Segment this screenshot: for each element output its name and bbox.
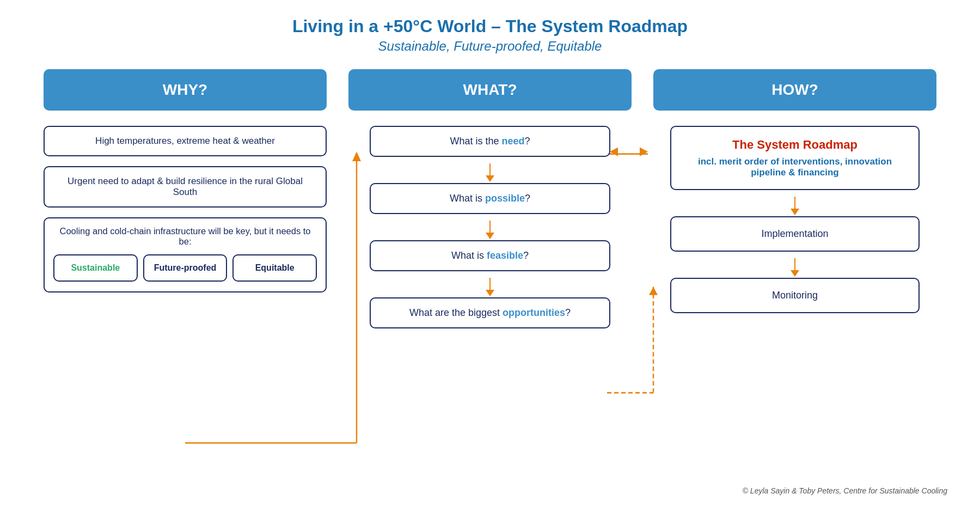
arrow-down-1 <box>486 163 494 182</box>
system-roadmap-box: The System Roadmap incl. merit order of … <box>670 126 920 190</box>
what-feasible-post: ? <box>523 250 529 261</box>
how-inner: The System Roadmap incl. merit order of … <box>653 126 936 319</box>
why-box-1: High temperatures, extreme heat & weathe… <box>44 126 327 156</box>
what-need-pre: What is the <box>450 136 501 147</box>
footer: © Leyla Sayin & Toby Peters, Centre for … <box>33 482 947 495</box>
what-possible-pre: What is <box>450 193 485 204</box>
implementation-label: Implementation <box>761 228 828 239</box>
system-roadmap-title: The System Roadmap <box>683 138 906 152</box>
what-feasible-highlight: feasible <box>487 250 523 261</box>
what-header: WHAT? <box>348 69 632 111</box>
what-column: WHAT? What is the need? What is possible… <box>338 69 642 482</box>
page-wrapper: Living in a +50°C World – The System Roa… <box>0 0 980 506</box>
cooling-box-text: Cooling and cold-chain infrastructure wi… <box>53 226 317 247</box>
why-header: WHY? <box>44 69 327 111</box>
cooling-box: Cooling and cold-chain infrastructure wi… <box>44 217 327 292</box>
futureproofed-label: Future-proofed <box>154 263 217 272</box>
what-inner: What is the need? What is possible? What… <box>348 126 632 334</box>
columns-area: WHY? High temperatures, extreme heat & w… <box>33 69 947 482</box>
why-container: High temperatures, extreme heat & weathe… <box>44 126 327 292</box>
main-title: Living in a +50°C World – The System Roa… <box>33 16 947 36</box>
arrow-down-3 <box>486 278 494 296</box>
sustainable-box: Sustainable <box>53 254 138 282</box>
what-possible-box: What is possible? <box>370 183 610 214</box>
how-header: HOW? <box>653 69 936 111</box>
why-column: WHY? High temperatures, extreme heat & w… <box>33 69 338 482</box>
what-opportunities-box: What are the biggest opportunities? <box>370 297 610 328</box>
what-opp-pre: What are the biggest <box>409 307 503 318</box>
what-opp-post: ? <box>565 307 571 318</box>
arrow-down-how-1 <box>791 197 799 215</box>
arrow-down-how-2 <box>791 258 799 277</box>
what-need-highlight: need <box>502 136 525 147</box>
what-possible-post: ? <box>525 193 530 204</box>
sub-title: Sustainable, Future-proofed, Equitable <box>33 39 947 54</box>
what-feasible-pre: What is <box>451 250 487 261</box>
system-roadmap-desc: incl. merit order of interventions, inno… <box>683 156 906 178</box>
arrow-down-2 <box>486 221 494 239</box>
equitable-label: Equitable <box>255 263 295 272</box>
why-sub-row: Sustainable Future-proofed Equitable <box>53 254 317 282</box>
why-box-2: Urgent need to adapt & build resilience … <box>44 166 327 208</box>
futureproofed-box: Future-proofed <box>143 254 228 282</box>
monitoring-box: Monitoring <box>670 278 920 313</box>
what-need-box: What is the need? <box>370 126 610 157</box>
equitable-box: Equitable <box>232 254 317 282</box>
what-need-post: ? <box>525 136 530 147</box>
implementation-box: Implementation <box>670 216 920 252</box>
what-possible-highlight: possible <box>485 193 525 204</box>
sustainable-label: Sustainable <box>71 263 120 272</box>
monitoring-label: Monitoring <box>772 290 818 301</box>
title-section: Living in a +50°C World – The System Roa… <box>33 16 947 54</box>
what-opp-highlight: opportunities <box>503 307 565 318</box>
how-column: HOW? The System Roadmap incl. merit orde… <box>642 69 947 482</box>
what-feasible-box: What is feasible? <box>370 240 610 271</box>
